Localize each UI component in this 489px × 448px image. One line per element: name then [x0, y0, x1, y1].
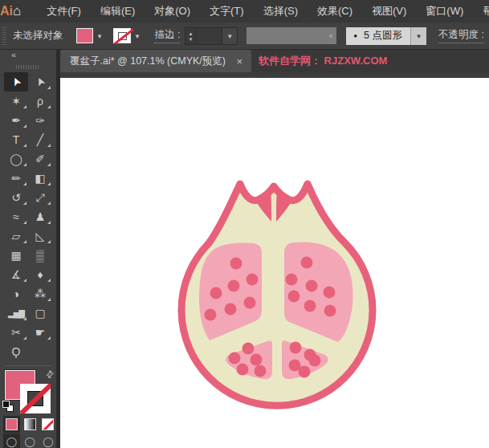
- direct-selection-tool-icon: ➤: [32, 75, 47, 89]
- tools-panel-collapse-button[interactable]: «: [0, 50, 56, 62]
- seed-lower-left: [229, 352, 241, 365]
- menu-item[interactable]: 对象(O): [145, 0, 200, 22]
- direct-selection-tool[interactable]: ➤: [28, 72, 52, 92]
- ellipse-tool-icon: ◯: [10, 153, 22, 165]
- scale-tool[interactable]: ⤢: [28, 188, 52, 207]
- selection-tool[interactable]: ➤: [4, 72, 28, 92]
- menu-item[interactable]: 文件(F): [37, 0, 91, 22]
- draw-normal-button[interactable]: ◯: [3, 434, 20, 448]
- gradient-tool[interactable]: ▒: [28, 246, 52, 265]
- width-tool[interactable]: ≈: [4, 207, 28, 226]
- seed-upper-left: [210, 287, 222, 299]
- hand-tool[interactable]: ☛: [28, 323, 52, 342]
- stroke-color-swatch[interactable]: [113, 28, 131, 43]
- menu-item[interactable]: 选择(S): [254, 0, 308, 22]
- brush-dropdown-icon[interactable]: ▾: [410, 27, 426, 45]
- stroke-weight-input[interactable]: [195, 27, 222, 45]
- stroke-color-indicator[interactable]: [20, 384, 51, 413]
- tools-panel: « ➤➤✶ρ✒✑T╱◯✐✏◧↺⤢≈♟▱◺▦▒∡♦◑⁂▂▅▇▢✂☛Ϙ ⇄ ◯◯◯: [0, 50, 56, 448]
- menu-item[interactable]: 编辑(E): [91, 0, 145, 22]
- lasso-tool-icon: ρ: [37, 95, 43, 108]
- blend-tool-icon: ◑: [13, 287, 19, 300]
- magic-wand-tool-icon: ✶: [11, 95, 21, 108]
- seed-lower-left: [237, 364, 249, 376]
- fill-color-dropdown-icon[interactable]: ▾: [93, 28, 105, 43]
- stroke-weight-label[interactable]: 描边 :: [154, 28, 180, 43]
- perspective-grid-tool[interactable]: ◺: [28, 226, 52, 246]
- seed-upper-right: [301, 257, 313, 269]
- menu-item[interactable]: 帮助(H): [473, 0, 489, 22]
- lasso-tool[interactable]: ρ: [28, 92, 52, 111]
- document-area: 覆盆子.ai* @ 107.1% (CMYK/预览) × 软件自学网： RJZX…: [60, 50, 489, 448]
- chevron-down-icon: ▾: [329, 32, 337, 40]
- brush-definition-select[interactable]: ● 5 点圆形 ▾: [346, 27, 426, 45]
- menu-items: 文件(F)编辑(E)对象(O)文字(T)选择(S)效果(C)视图(V)窗口(W)…: [37, 0, 489, 22]
- artboard-canvas[interactable]: [60, 78, 489, 448]
- shape-builder-tool[interactable]: ▱: [4, 226, 28, 246]
- curvature-tool[interactable]: ✑: [28, 111, 52, 130]
- variable-width-profile-select[interactable]: ▾: [247, 27, 336, 44]
- rotate-tool[interactable]: ↺: [4, 188, 28, 207]
- app-logo: Ai: [0, 0, 13, 22]
- pen-tool-icon: ✒: [11, 114, 21, 127]
- paintbrush-tool-icon: ✐: [35, 153, 45, 165]
- none-swatch-icon: [42, 418, 54, 430]
- type-tool[interactable]: T: [4, 130, 28, 149]
- line-segment-tool[interactable]: ╱: [28, 130, 52, 149]
- width-tool-icon: ≈: [13, 210, 19, 223]
- tools-panel-grip[interactable]: [0, 62, 56, 73]
- draw-inside-button[interactable]: ◯: [39, 434, 56, 448]
- home-icon[interactable]: ⌂: [13, 0, 21, 22]
- default-fill-stroke-icon[interactable]: [2, 401, 14, 413]
- menu-item[interactable]: 视图(V): [362, 0, 416, 22]
- swap-fill-stroke-icon[interactable]: ⇄: [43, 368, 56, 381]
- paintbrush-tool[interactable]: ✐: [28, 149, 52, 169]
- color-mode-button[interactable]: [3, 416, 20, 433]
- control-bar-grip[interactable]: [2, 27, 7, 45]
- tools-grid: ➤➤✶ρ✒✑T╱◯✐✏◧↺⤢≈♟▱◺▦▒∡♦◑⁂▂▅▇▢✂☛Ϙ: [0, 72, 56, 361]
- symbol-sprayer-tool[interactable]: ⁂: [28, 284, 52, 303]
- selection-status: 未选择对象: [13, 29, 63, 43]
- document-frame-strip: [60, 72, 489, 78]
- pen-tool[interactable]: ✒: [4, 111, 28, 130]
- shaper-tool[interactable]: ✏: [4, 169, 28, 188]
- menu-item[interactable]: 文字(T): [200, 0, 254, 22]
- document-tab[interactable]: 覆盆子.ai* @ 107.1% (CMYK/预览) ×: [60, 50, 251, 72]
- stroke-weight-dropdown-icon[interactable]: ▾: [222, 27, 238, 45]
- none-mode-button[interactable]: [39, 416, 56, 433]
- mesh-tool[interactable]: ▦: [4, 246, 28, 265]
- zoom-tool[interactable]: Ϙ: [4, 342, 28, 361]
- ruler-tool[interactable]: ∡: [4, 265, 28, 284]
- seed-lower-left: [242, 343, 255, 355]
- mesh-tool-icon: ▦: [10, 249, 21, 262]
- opacity-label[interactable]: 不透明度 :: [438, 28, 484, 43]
- seed-lower-left: [255, 365, 267, 377]
- document-tab-bar: 覆盆子.ai* @ 107.1% (CMYK/预览) × 软件自学网： RJZX…: [60, 50, 489, 72]
- zoom-tool-icon: Ϙ: [12, 345, 21, 358]
- ellipse-tool[interactable]: ◯: [4, 149, 28, 169]
- magic-wand-tool[interactable]: ✶: [4, 92, 28, 111]
- tools-divider: [5, 365, 51, 366]
- puppet-warp-tool[interactable]: ♟: [28, 207, 52, 226]
- menu-item[interactable]: 窗口(W): [416, 0, 473, 22]
- seed-lower-right: [290, 342, 302, 354]
- seed-upper-left: [205, 309, 217, 321]
- eyedropper-tool-icon: ♦: [37, 268, 43, 281]
- eyedropper-tool[interactable]: ♦: [28, 265, 52, 284]
- paint-mode-buttons: [0, 414, 56, 434]
- symbol-sprayer-tool-icon: ⁂: [35, 287, 46, 300]
- gradient-mode-button[interactable]: [22, 416, 39, 433]
- blend-tool[interactable]: ◑: [4, 284, 28, 303]
- color-swatch-icon: [6, 418, 18, 430]
- draw-behind-button[interactable]: ◯: [22, 434, 39, 448]
- artboard-tool[interactable]: ▢: [28, 303, 52, 323]
- slice-tool[interactable]: ✂: [4, 323, 28, 342]
- column-graph-tool[interactable]: ▂▅▇: [4, 303, 28, 323]
- stroke-weight-stepper[interactable]: ▴▾: [185, 27, 195, 45]
- fill-color-swatch[interactable]: [76, 28, 94, 43]
- seed-upper-left: [225, 303, 237, 316]
- close-icon[interactable]: ×: [234, 55, 245, 67]
- hand-tool-icon: ☛: [35, 326, 46, 339]
- eraser-tool[interactable]: ◧: [28, 169, 52, 188]
- menu-item[interactable]: 效果(C): [308, 0, 362, 22]
